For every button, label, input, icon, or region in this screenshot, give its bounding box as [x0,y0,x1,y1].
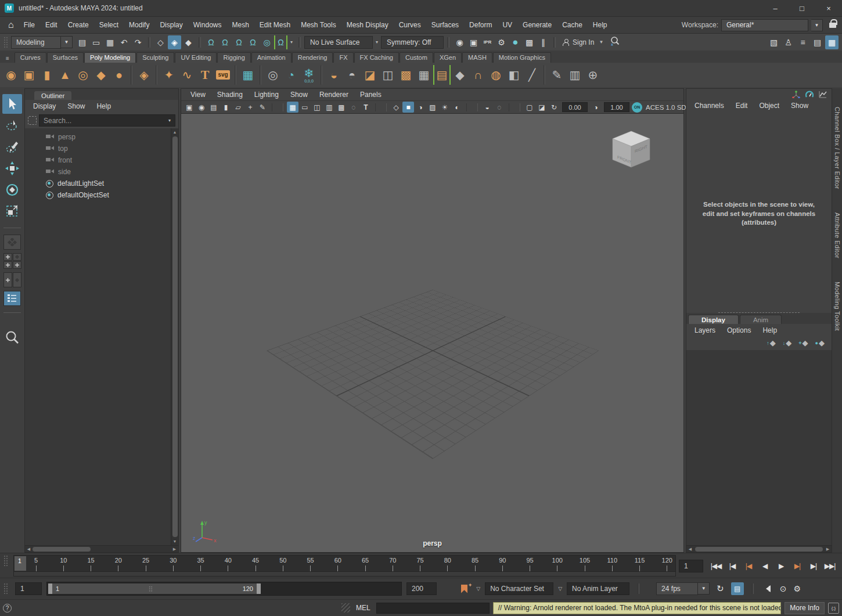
outliner-item-camera[interactable]: persp [25,131,171,143]
use-default-material-button[interactable]: ◑ [415,102,426,113]
layout-button[interactable] [13,272,21,287]
step-forward-frame-button[interactable]: ▶| [806,562,821,570]
frame-tick[interactable]: 90 [495,557,509,572]
outliner-item-camera[interactable]: top [25,143,171,154]
menu-item[interactable]: Mesh [226,17,254,34]
select-hierarchy-mode-button[interactable]: ◇ [154,35,167,49]
playback-range[interactable]: 1 120 [48,583,261,594]
new-scene-button[interactable]: ▤ [75,35,89,49]
help-icon[interactable]: ? [3,604,12,613]
frame-tick[interactable]: 55 [304,557,318,572]
select-camera-icon[interactable]: ▣ [183,102,195,113]
smooth-shade-display-button[interactable]: ■ [402,102,414,113]
reset-transform-button[interactable]: ❄0,0,0 [300,65,318,85]
film-gate-toggle[interactable]: ▭ [299,102,311,113]
outliner-item-camera[interactable]: front [25,154,171,166]
uv-editor-button[interactable]: ▦ [239,65,257,85]
play-forward-button[interactable]: ▶ [773,562,789,570]
snap-together-button[interactable]: Ω [274,35,287,49]
scale-tool[interactable] [2,201,22,221]
outliner-menu-item[interactable]: Help [91,102,117,110]
layout-button[interactable] [3,272,12,287]
go-to-end-button[interactable]: ▶▶| [822,562,837,570]
scrollbar-thumb[interactable] [172,136,178,537]
viewport-menu-item[interactable]: Panels [354,91,387,99]
frame-tick[interactable]: 10 [56,557,70,572]
modeling-toolkit-toggle[interactable]: ▧ [767,35,780,49]
step-back-frame-button[interactable]: |◀ [725,562,740,570]
shelf-tab[interactable]: XGen [434,52,462,63]
frame-tick[interactable]: 25 [139,557,153,572]
rotate-tool[interactable] [2,180,22,200]
bookmark-icon[interactable]: ▮ [220,102,232,113]
shelf-tab[interactable]: Curves [15,52,46,63]
frame-tick[interactable]: 110 [605,557,619,572]
lock-camera-icon[interactable]: ◉ [196,102,207,113]
wireframe-display-button[interactable]: ◇ [390,102,402,113]
outliner-menu-item[interactable]: Display [27,102,62,110]
multi-cut-button[interactable]: ╱ [523,65,541,85]
sound-icon[interactable] [762,585,771,592]
menu-item[interactable]: Windows [188,17,227,34]
outliner-item-camera[interactable]: side [25,166,171,178]
drag-handle[interactable] [3,555,8,567]
layer-move-up-button[interactable]: ↑◆ [767,338,776,347]
frame-tick[interactable]: 50 [276,557,290,572]
fps-dropdown[interactable]: 24 fps [656,582,698,595]
layer-list[interactable] [686,350,832,545]
animation-preferences-icon[interactable]: ⚙ [793,584,801,593]
frame-tick[interactable]: 80 [441,557,455,572]
sweep-mesh-button[interactable]: ✦ [160,65,178,85]
range-end-handle[interactable] [257,583,261,594]
select-component-mode-button[interactable]: ◆ [182,35,195,49]
exposure-field[interactable]: 0.00 [562,102,588,112]
bridge-button[interactable]: ∩ [469,65,487,85]
viewport-menu-item[interactable]: Show [285,91,314,99]
frame-tick[interactable]: 60 [331,557,345,572]
menu-item[interactable]: Help [588,17,613,34]
play-backward-button[interactable]: ◀ [757,562,772,570]
render-current-frame-button[interactable]: ▣ [467,35,480,49]
current-frame-field[interactable]: 1 [679,560,703,572]
two-d-pan-zoom-icon[interactable]: + [244,102,256,113]
poly-cube-button[interactable]: ▣ [20,65,38,85]
snap-to-points-button[interactable]: Ω [232,35,246,49]
shelf-tab[interactable]: FX [333,52,353,63]
channel-box-toggle[interactable]: ≡ [796,35,809,49]
scroll-right-arrow[interactable]: ▶ [824,547,832,552]
menu-item[interactable]: Surfaces [426,17,464,34]
shelf-tab[interactable]: Rigging [217,52,250,63]
anim-layer-field[interactable]: No Anim Layer [567,582,629,595]
gamma-icon[interactable]: ◑ [590,102,602,113]
scrollbar-thumb[interactable] [33,547,91,552]
hypershade-button[interactable]: ● [509,35,522,49]
anim-layer-caret[interactable]: ▽ [558,586,562,592]
bookmark-icon[interactable] [461,585,467,593]
shelf-tab[interactable]: MASH [462,52,492,63]
paint-selection-tool[interactable] [2,137,22,157]
frame-tick[interactable]: 70 [386,557,400,572]
insert-edge-loop-button[interactable]: ▥ [566,65,584,85]
step-forward-key-button[interactable]: ▶| [790,562,805,570]
menu-item[interactable]: Display [154,17,188,34]
select-object-mode-button[interactable]: ◈ [168,35,181,49]
save-scene-button[interactable]: ▦ [103,35,117,49]
single-pane-layout-button[interactable] [3,235,21,250]
channel-box-menu-item[interactable]: Channels [689,102,730,110]
shelf-tab[interactable]: Sculpting [136,52,174,63]
outliner-persp-layout-button[interactable] [3,291,21,306]
home-icon[interactable]: ⌂ [3,20,19,30]
extract-button[interactable]: ◪ [361,65,379,85]
graph-icon[interactable] [819,91,827,100]
shelf-tab[interactable]: Motion Graphics [493,52,551,63]
frame-tick[interactable]: 35 [194,557,208,572]
create-empty-layer-button[interactable]: +◆ [798,338,808,347]
shelf-tab[interactable]: Rendering [292,52,333,63]
outliner-tab[interactable]: Outliner [34,91,71,100]
render-settings-button[interactable]: ⚙ [495,35,508,49]
show-manipulator-button[interactable]: ◎ [264,65,282,85]
menu-item[interactable]: Cache [557,17,588,34]
gamma-field[interactable]: 1.00 [604,102,629,112]
frame-tick[interactable]: 15 [84,557,98,572]
frame-tick[interactable]: 95 [523,557,537,572]
